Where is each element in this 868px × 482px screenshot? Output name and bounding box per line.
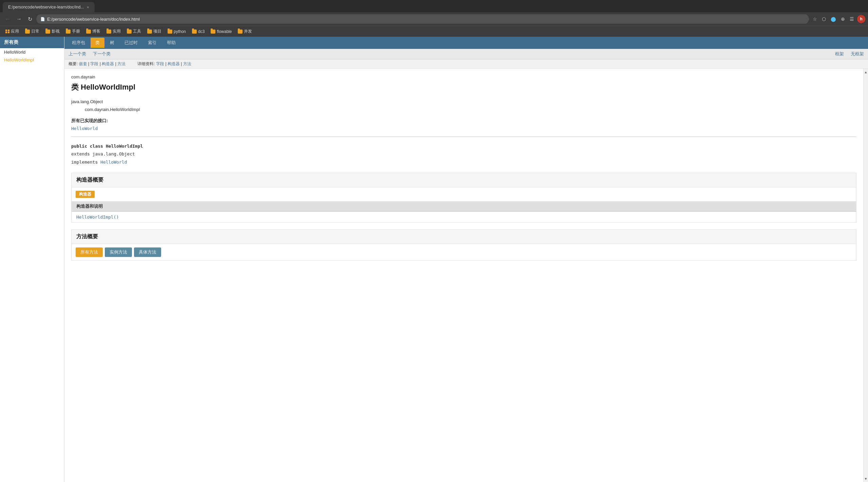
browser-chrome: E:/personcode/webservice-learn/doc/ind..… (0, 0, 868, 37)
frame-link[interactable]: 框架 (835, 51, 844, 57)
sidebar-header: 所有类 (0, 37, 64, 48)
bookmark-project[interactable]: 项目 (144, 27, 164, 35)
content-area: 程序包 类 树 已过时 索引 帮助 上一个类 下一个类 框架 (64, 37, 868, 482)
bookmark-video[interactable]: 影视 (43, 27, 62, 35)
inheritance-root: java.lang.Object (71, 99, 103, 104)
folder-icon-python (168, 30, 172, 34)
bookmark-flowable[interactable]: flowable (208, 28, 234, 35)
doc-content: com.dayrain 类 HelloWorldImpl java.lang.O… (64, 69, 863, 482)
code-interface-link[interactable]: HelloWorld (100, 160, 127, 165)
detail-method[interactable]: 方法 (183, 61, 191, 66)
sync-icon[interactable]: ⬤ (829, 15, 838, 23)
sidebar: 所有类 HelloWorld HelloWorldImpl (0, 37, 64, 482)
constructor-method-link[interactable]: HelloWorldImpl() (76, 215, 119, 220)
star-icon[interactable]: ☆ (811, 15, 819, 23)
folder-icon-flowable (211, 30, 215, 34)
detail-label: 详细资料: (137, 61, 155, 66)
divider (71, 136, 856, 137)
detail-constructor[interactable]: 构造器 (168, 61, 180, 66)
bookmark-apps-label: 应用 (11, 29, 19, 34)
bookmark-project-label: 项目 (153, 29, 161, 34)
interface-link[interactable]: HelloWorld (71, 126, 98, 131)
scrollbar-up-icon[interactable]: ▲ (864, 70, 868, 75)
next-class-link[interactable]: 下一个类 (93, 51, 111, 57)
bookmark-tools[interactable]: 工具 (124, 27, 144, 35)
tab-index[interactable]: 索引 (143, 38, 161, 48)
code-block: public class HelloWorldImpl extends java… (71, 142, 856, 166)
bookmark-concurrent-label: 并发 (244, 29, 252, 34)
constructor-badge: 构造器 (76, 191, 95, 198)
bookmark-dc3-label: dc3 (198, 29, 205, 34)
bookmark-concurrent[interactable]: 并发 (235, 27, 255, 35)
reload-button[interactable]: ↻ (26, 15, 34, 24)
constructor-row: HelloWorldImpl() (72, 212, 856, 222)
bookmark-flowable-label: flowable (217, 29, 232, 34)
bookmark-daily[interactable]: 日常 (22, 27, 42, 35)
folder-icon-dc3 (192, 30, 197, 34)
address-icon: 📄 (40, 17, 45, 21)
summary-method[interactable]: 方法 (117, 61, 126, 66)
code-line3: implements HelloWorld (71, 160, 127, 165)
summary-field[interactable]: 字段 (90, 61, 98, 66)
summary-constructor[interactable]: 构造器 (102, 61, 114, 66)
class-title: 类 HelloWorldImpl (71, 82, 856, 92)
tab-tree[interactable]: 树 (105, 38, 119, 48)
folder-icon-tools (127, 30, 132, 34)
sidebar-item-helloworld[interactable]: HelloWorld (0, 48, 64, 56)
browser-tabs: E:/personcode/webservice-learn/doc/ind..… (0, 0, 868, 12)
scrollbar-down-icon[interactable]: ▼ (864, 476, 868, 481)
main-layout: 所有类 HelloWorld HelloWorldImpl 程序包 类 树 已过… (0, 37, 868, 482)
bookmark-manual-label: 手册 (72, 29, 80, 34)
folder-icon-practical (107, 30, 111, 34)
constructor-table-header: 构造器和说明 (72, 201, 856, 212)
bookmark-blog-label: 博客 (92, 29, 100, 34)
tab-class[interactable]: 类 (91, 38, 104, 48)
forward-button[interactable]: → (14, 15, 24, 23)
detail-field[interactable]: 字段 (156, 61, 164, 66)
address-bar[interactable]: 📄 E:/personcode/webservice-learn/doc/ind… (36, 14, 809, 24)
folder-icon-project (147, 30, 152, 34)
extensions-icon[interactable]: ⊕ (839, 15, 847, 23)
browser-tab[interactable]: E:/personcode/webservice-learn/doc/ind..… (3, 2, 95, 12)
avatar[interactable]: h (857, 15, 865, 23)
instance-methods-button[interactable]: 实例方法 (105, 247, 132, 257)
menu-icon[interactable]: ☰ (848, 15, 856, 23)
bookmark-python[interactable]: python (165, 28, 189, 35)
bookmark-python-label: python (174, 29, 186, 34)
bookmark-apps[interactable]: 应用 (3, 27, 22, 35)
no-frame-link[interactable]: 无框架 (851, 51, 864, 57)
interfaces-section: 所有已实现的接口: HelloWorld (71, 118, 856, 131)
prev-class-link[interactable]: 上一个类 (69, 51, 86, 57)
folder-icon-video (45, 30, 50, 34)
folder-icon-concurrent (238, 30, 243, 34)
code-line1: public class HelloWorldImpl (71, 144, 143, 149)
bookmark-dc3[interactable]: dc3 (189, 28, 207, 35)
bookmark-video-label: 影视 (52, 29, 60, 34)
all-methods-button[interactable]: 所有方法 (76, 247, 103, 257)
doc-wrapper: com.dayrain 类 HelloWorldImpl java.lang.O… (64, 69, 868, 482)
tab-help[interactable]: 帮助 (162, 38, 180, 48)
browser-toolbar: ← → ↻ 📄 E:/personcode/webservice-learn/d… (0, 12, 868, 26)
tab-deprecated[interactable]: 已过时 (120, 38, 142, 48)
summary-bar: 概要: 嵌套 | 字段 | 构造器 | 方法 详细资料: 字段 | 构造器 | … (64, 59, 868, 69)
tab-close-icon[interactable]: ✕ (86, 5, 89, 9)
toolbar-icons: ☆ ⬡ ⬤ ⊕ ☰ h (811, 15, 865, 23)
method-buttons: 所有方法 实例方法 具体方法 (72, 244, 856, 260)
package-name: com.dayrain (71, 74, 856, 79)
bookmark-manual[interactable]: 手册 (63, 27, 83, 35)
constructor-section: 构造器概要 构造器 构造器和说明 HelloWorldImpl() (71, 173, 856, 223)
nav-tabs: 程序包 类 树 已过时 索引 帮助 (64, 37, 868, 49)
folder-icon-daily (25, 30, 30, 34)
sidebar-item-helloworldimpl[interactable]: HelloWorldImpl (0, 56, 64, 64)
extension-icon[interactable]: ⬡ (820, 15, 828, 23)
interfaces-label: 所有已实现的接口: (71, 118, 856, 124)
summary-nested[interactable]: 嵌套 (79, 61, 87, 66)
method-section: 方法概要 所有方法 实例方法 具体方法 (71, 229, 856, 261)
tab-package[interactable]: 程序包 (67, 38, 90, 48)
back-button[interactable]: ← (3, 15, 12, 23)
bookmark-blog[interactable]: 博客 (83, 27, 103, 35)
inheritance: java.lang.Object com.dayrain.HelloWorldI… (71, 98, 856, 114)
bookmark-practical[interactable]: 实用 (104, 27, 123, 35)
folder-icon-blog (86, 30, 91, 34)
concrete-methods-button[interactable]: 具体方法 (134, 247, 161, 257)
